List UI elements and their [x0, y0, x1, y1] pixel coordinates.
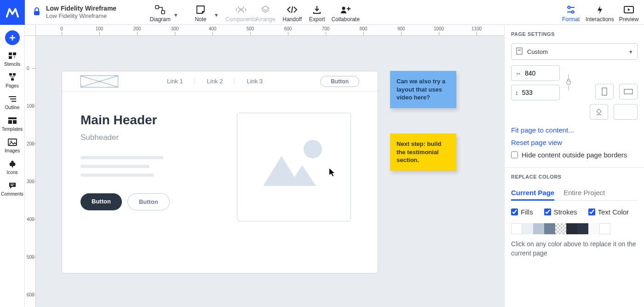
- wireframe-subheader[interactable]: Subheader: [80, 133, 218, 142]
- stencils-icon: T: [7, 51, 17, 61]
- wireframe-image-placeholder[interactable]: [237, 113, 351, 221]
- height-field[interactable]: [522, 89, 546, 96]
- wireframe-navbar: Link 1 Link 2 Link 3 Button: [62, 71, 378, 92]
- color-swatch[interactable]: [533, 223, 544, 234]
- wireframe-text-line[interactable]: [80, 165, 150, 168]
- fills-checkbox[interactable]: Fills: [511, 208, 533, 216]
- note-tool[interactable]: Note: [184, 4, 217, 23]
- pages-icon: [7, 72, 17, 82]
- preview-icon: [623, 4, 634, 15]
- width-input[interactable]: ↔: [511, 65, 560, 81]
- pages-tab[interactable]: Pages: [0, 72, 25, 88]
- right-panel: PAGE SETTINGS Custom ▾ ↔ ↕ Fit page to c…: [504, 25, 644, 307]
- reset-page-link[interactable]: Reset page view: [511, 139, 638, 146]
- wireframe-artboard[interactable]: Link 1 Link 2 Link 3 Button Main Header …: [62, 71, 378, 273]
- orientation-landscape-button[interactable]: [619, 84, 638, 99]
- strokes-checkbox[interactable]: Strokes: [544, 208, 577, 216]
- collaborate-tool[interactable]: Collaborate: [329, 4, 362, 23]
- arrange-icon: [260, 4, 270, 15]
- lock-icon[interactable]: [33, 7, 42, 17]
- svg-rect-14: [9, 52, 12, 55]
- stencils-tab[interactable]: T Stencils: [0, 51, 25, 67]
- tab-current-page[interactable]: Current Page: [511, 186, 554, 201]
- wireframe-nav-button[interactable]: Button: [320, 76, 359, 87]
- sticky-note-blue[interactable]: Can we also try a layout that uses video…: [390, 71, 456, 108]
- outline-tab[interactable]: Outline: [0, 94, 25, 110]
- color-swatch[interactable]: [566, 223, 577, 234]
- sticky-note-yellow[interactable]: Next step: build the testimonial section…: [390, 133, 456, 171]
- color-swatch[interactable]: [544, 223, 555, 234]
- svg-point-10: [572, 11, 574, 13]
- outline-icon: [8, 94, 17, 104]
- color-swatches: [511, 223, 638, 234]
- images-tab[interactable]: Images: [0, 137, 25, 153]
- wireframe-logo-placeholder[interactable]: [80, 75, 118, 87]
- svg-point-4: [342, 6, 345, 10]
- background-swatch[interactable]: [614, 104, 638, 120]
- templates-icon: [7, 116, 17, 126]
- format-panel-button[interactable]: Format: [558, 4, 583, 23]
- orientation-portrait-button[interactable]: [595, 84, 614, 99]
- canvas-area: 010020030040050060070080090010001100 010…: [25, 25, 504, 307]
- canvas[interactable]: Link 1 Link 2 Link 3 Button Main Header …: [36, 36, 504, 307]
- wireframe-text-line[interactable]: [80, 156, 163, 159]
- wireframe-nav-link-3[interactable]: Link 3: [235, 78, 275, 85]
- height-input[interactable]: ↕: [511, 85, 560, 100]
- svg-rect-18: [9, 73, 12, 75]
- lock-aspect-icon[interactable]: [565, 73, 572, 93]
- app-logo[interactable]: [0, 0, 25, 25]
- ruler-horizontal[interactable]: 010020030040050060070080090010001100: [36, 25, 504, 36]
- color-swatch[interactable]: [511, 223, 522, 234]
- wireframe-nav-link-2[interactable]: Link 2: [195, 78, 235, 85]
- color-swatch-transparent[interactable]: [555, 223, 566, 234]
- page-title: Low Fidelity Wireframe: [46, 12, 116, 20]
- preview-button[interactable]: Preview: [616, 4, 641, 23]
- diagram-icon: [155, 4, 166, 15]
- chevron-down-icon: ▾: [629, 48, 632, 55]
- ruler-vertical[interactable]: 0100200300400500600: [25, 36, 36, 307]
- comments-icon: [8, 180, 17, 191]
- handoff-tool[interactable]: Handoff: [279, 4, 305, 23]
- templates-tab[interactable]: Templates: [0, 116, 25, 132]
- svg-rect-1: [155, 6, 159, 9]
- svg-rect-0: [34, 11, 40, 15]
- width-icon: ↔: [515, 70, 521, 77]
- textcolor-checkbox[interactable]: Text Color: [588, 208, 629, 216]
- diagram-dropdown-icon[interactable]: ▾: [174, 8, 180, 18]
- color-swatch[interactable]: [588, 223, 599, 234]
- ruler-corner: [25, 25, 36, 36]
- page-size-select[interactable]: Custom ▾: [511, 43, 638, 60]
- wireframe-cta-secondary[interactable]: Button: [127, 193, 170, 210]
- left-sidebar: T Stencils Pages Outline Templates Image…: [0, 25, 25, 307]
- svg-point-36: [304, 140, 322, 158]
- background-color-button[interactable]: [590, 104, 608, 120]
- svg-rect-19: [13, 73, 16, 75]
- width-field[interactable]: [525, 70, 549, 77]
- diagram-tool[interactable]: Diagram: [144, 4, 176, 23]
- note-dropdown-icon[interactable]: ▾: [215, 8, 220, 18]
- color-swatch[interactable]: [599, 223, 610, 234]
- arrange-tool[interactable]: Arrange: [253, 4, 278, 23]
- replace-colors-help: Click on any color above to replace it o…: [511, 240, 638, 258]
- svg-rect-16: [9, 56, 12, 59]
- wireframe-text-line[interactable]: [80, 174, 154, 177]
- svg-rect-38: [518, 50, 521, 51]
- wireframe-cta-primary[interactable]: Button: [80, 193, 122, 210]
- color-swatch[interactable]: [522, 223, 533, 234]
- export-tool[interactable]: Export: [306, 4, 328, 23]
- add-button[interactable]: [5, 30, 20, 45]
- wireframe-main-header[interactable]: Main Header: [80, 113, 218, 127]
- document-title-block[interactable]: Low Fidelity Wireframe Low Fidelity Wire…: [46, 5, 116, 19]
- replace-colors-tabs: Current Page Entire Project: [511, 186, 638, 201]
- icons-tab[interactable]: Icons: [0, 159, 25, 175]
- hide-outside-checkbox[interactable]: Hide content outside page borders: [511, 151, 638, 159]
- wireframe-body: Main Header Subheader Button Button: [62, 92, 378, 235]
- color-swatch[interactable]: [577, 223, 588, 234]
- fit-page-link[interactable]: Fit page to content...: [511, 126, 638, 134]
- svg-rect-20: [11, 78, 14, 81]
- wireframe-nav-link-1[interactable]: Link 1: [155, 78, 195, 85]
- interactions-panel-button[interactable]: Interactions: [583, 4, 616, 23]
- tab-entire-project[interactable]: Entire Project: [564, 186, 605, 200]
- format-icon: [566, 4, 576, 15]
- comments-tab[interactable]: Comments: [0, 180, 25, 197]
